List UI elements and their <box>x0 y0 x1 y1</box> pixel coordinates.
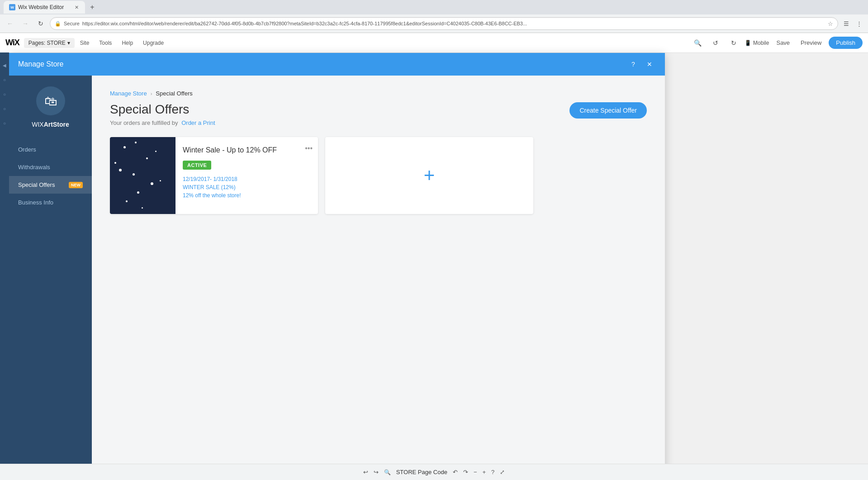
help-menu[interactable]: Help <box>117 38 138 48</box>
bookmark-icon[interactable]: ☆ <box>828 20 833 27</box>
left-panel-icon-1[interactable]: ◀ <box>1 62 8 69</box>
store-name-wix: WIX <box>32 121 43 128</box>
url-text: https://editor.wix.com/html/editor/web/r… <box>82 21 527 26</box>
panel-close-button[interactable]: ✕ <box>643 58 656 71</box>
panel-header-actions: ? ✕ <box>627 58 656 71</box>
breadcrumb: Manage Store › Special Offers <box>110 90 647 97</box>
page-title: Special Offers <box>110 102 215 117</box>
left-panel-icon-5[interactable]: ○ <box>1 119 8 127</box>
offer-title: Winter Sale - Up to 12% OFF <box>183 146 311 154</box>
left-panel-icon-4[interactable]: ○ <box>1 105 8 112</box>
toolbar-icons: ☰ ⋮ <box>841 18 864 29</box>
manage-store-panel: Manage Store ? ✕ 🛍 WIXArtStore Orders <box>9 53 665 480</box>
offer-card-image <box>110 137 175 214</box>
mobile-label: Mobile <box>753 40 769 46</box>
wix-logo-text: WiX <box>5 38 19 47</box>
zoom-out-button[interactable]: − <box>474 469 477 475</box>
reload-button[interactable]: ↻ <box>34 17 47 30</box>
star-dot <box>126 200 128 202</box>
star-dot <box>155 151 157 152</box>
breadcrumb-separator: › <box>151 91 152 96</box>
page-subtitle: Your orders are fulfilled by Order a Pri… <box>110 119 215 126</box>
pages-dropdown-label: Pages: STORE <box>28 40 66 46</box>
store-name: WIXArtStore <box>32 121 69 128</box>
save-button[interactable]: Save <box>773 39 793 46</box>
undo-bottom-button[interactable]: ↩ <box>363 469 368 475</box>
sidebar-item-business-info[interactable]: Business Info <box>9 194 92 211</box>
browser-tab[interactable]: W Wix Website Editor ✕ <box>4 1 85 14</box>
page-title-area: Special Offers Your orders are fulfilled… <box>110 102 215 126</box>
star-dot <box>151 182 153 185</box>
navigate-back-button[interactable]: ↶ <box>453 469 458 475</box>
settings-icon[interactable]: ⋮ <box>854 18 864 29</box>
undo-button[interactable]: ↺ <box>708 36 723 50</box>
star-dot <box>133 173 135 176</box>
offer-card-winter-sale[interactable]: ••• Winter Sale - Up to 12% OFF ACTIVE 1… <box>110 137 318 214</box>
sidebar-withdrawals-label: Withdrawals <box>18 164 83 171</box>
offer-more-button[interactable]: ••• <box>305 144 313 152</box>
breadcrumb-root-link[interactable]: Manage Store <box>110 90 147 97</box>
sidebar-item-orders[interactable]: Orders <box>9 141 92 158</box>
star-dot <box>114 162 116 164</box>
extensions-icon[interactable]: ☰ <box>841 18 852 29</box>
forward-button[interactable]: → <box>19 17 32 30</box>
tab-bar: W Wix Website Editor ✕ + <box>0 0 868 14</box>
panel-body: 🛍 WIXArtStore Orders Withdrawals Special… <box>9 76 665 480</box>
zoom-icon: 🔍 <box>384 469 391 475</box>
order-print-link[interactable]: Order a Print <box>181 119 215 126</box>
wix-logo: WiX <box>5 38 19 48</box>
offers-grid: ••• Winter Sale - Up to 12% OFF ACTIVE 1… <box>110 137 647 214</box>
create-special-offer-button[interactable]: Create Special Offer <box>569 102 647 119</box>
left-panel-icon-3[interactable]: ○ <box>1 90 8 98</box>
star-dot <box>135 142 137 143</box>
offer-card-body: ••• Winter Sale - Up to 12% OFF ACTIVE 1… <box>175 137 318 214</box>
sidebar-nav: Orders Withdrawals Special Offers NEW Bu… <box>9 141 92 211</box>
star-dot <box>146 157 148 159</box>
star-dot <box>137 191 139 194</box>
tab-close-button[interactable]: ✕ <box>74 4 80 11</box>
store-avatar: 🛍 <box>36 86 65 115</box>
navigate-forward-button[interactable]: ↷ <box>463 469 468 475</box>
pages-dropdown[interactable]: Pages: STORE ▾ <box>24 38 75 48</box>
offer-description: 12% off the whole store! <box>183 192 311 199</box>
subtitle-prefix: Your orders are fulfilled by <box>110 119 178 126</box>
breadcrumb-current: Special Offers <box>156 90 192 97</box>
store-page-code-label: STORE Page Code <box>396 469 447 475</box>
main-content: Manage Store › Special Offers Special Of… <box>92 76 665 480</box>
fullscreen-button[interactable]: ⤢ <box>500 469 505 475</box>
new-tab-button[interactable]: + <box>87 2 98 13</box>
sidebar-business-info-label: Business Info <box>18 199 83 206</box>
secure-label: Secure <box>64 21 80 26</box>
help-bottom-button[interactable]: ? <box>491 469 494 475</box>
preview-button[interactable]: Preview <box>797 39 825 46</box>
offer-code: WINTER SALE (12%) <box>183 184 311 190</box>
sidebar-item-withdrawals[interactable]: Withdrawals <box>9 158 92 176</box>
search-editor-button[interactable]: 🔍 <box>690 36 705 50</box>
left-panel-icon-2[interactable]: ○ <box>1 76 8 83</box>
store-name-rest: ArtStore <box>44 121 69 128</box>
back-button[interactable]: ← <box>4 17 16 30</box>
add-offer-card[interactable]: + <box>325 137 533 214</box>
panel-header: Manage Store ? ✕ <box>9 53 665 76</box>
zoom-in-button[interactable]: + <box>482 469 486 475</box>
mobile-icon: 📱 <box>745 40 751 46</box>
sidebar-special-offers-label: Special Offers <box>18 181 65 188</box>
redo-button[interactable]: ↻ <box>726 36 741 50</box>
site-menu[interactable]: Site <box>76 38 94 48</box>
upgrade-menu[interactable]: Upgrade <box>138 38 168 48</box>
panel-help-button[interactable]: ? <box>627 58 640 71</box>
star-dot <box>119 169 122 171</box>
tab-favicon: W <box>9 4 15 10</box>
mobile-toggle[interactable]: 📱 Mobile <box>745 40 769 46</box>
offer-active-badge: ACTIVE <box>183 161 211 170</box>
page-header: Special Offers Your orders are fulfilled… <box>110 102 647 126</box>
redo-bottom-button[interactable]: ↪ <box>374 469 379 475</box>
address-bar[interactable]: 🔒 Secure https://editor.wix.com/html/edi… <box>50 17 838 30</box>
star-dot <box>160 180 161 181</box>
panel-title: Manage Store <box>18 60 64 68</box>
sidebar-orders-label: Orders <box>18 146 83 153</box>
sidebar-item-special-offers[interactable]: Special Offers NEW <box>9 176 92 194</box>
publish-button[interactable]: Publish <box>829 37 863 49</box>
store-avatar-icon: 🛍 <box>44 94 57 109</box>
tools-menu[interactable]: Tools <box>95 38 116 48</box>
